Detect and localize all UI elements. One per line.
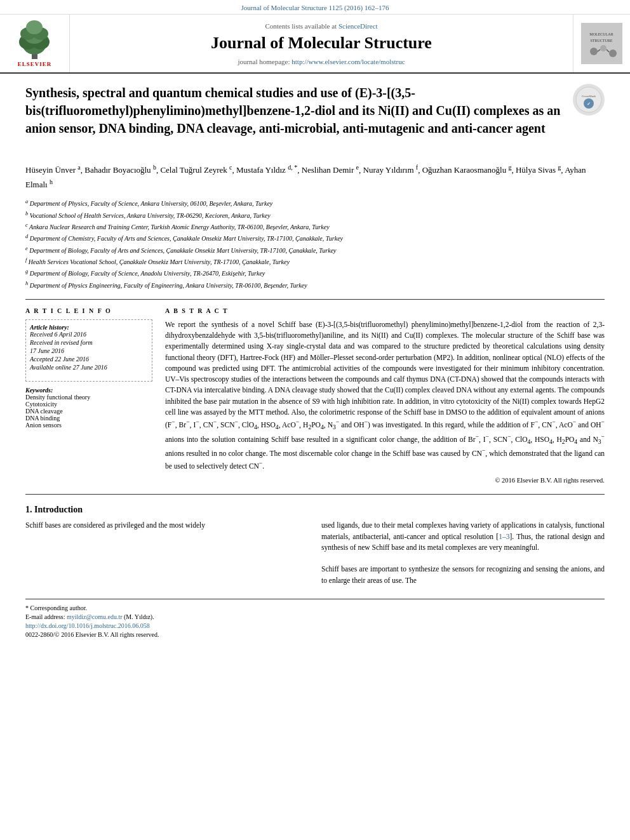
article-history-box: Article history: Received 6 April 2016 R…	[25, 319, 152, 382]
authors-text: Hüseyin Ünver a, Bahadır Boyacıoğlu b, C…	[25, 165, 586, 189]
email-note: E-mail address: myildiz@comu.edu.tr (M. …	[25, 613, 605, 620]
affiliation-e: e Department of Biology, Faculty of Arts…	[25, 245, 605, 255]
elsevier-tree-icon	[11, 20, 58, 61]
received-revised-label: Received in revised form	[30, 339, 148, 346]
article-info-col: A R T I C L E I N F O Article history: R…	[25, 307, 152, 484]
intro-text-left: Schiff bases are considered as privilege…	[25, 520, 309, 531]
affiliation-d: d Department of Chemistry, Faculty of Ar…	[25, 233, 605, 243]
footer-section: * Corresponding author. E-mail address: …	[25, 599, 605, 638]
mol-struct-image: MOLECULAR STRUCTURE	[581, 23, 622, 64]
elsevier-logo-section: ELSEVIER	[0, 15, 70, 72]
affiliation-a: a Department of Physics, Faculty of Scie…	[25, 198, 605, 208]
keyword-5: Anion sensors	[25, 422, 152, 429]
introduction-content: Schiff bases are considered as privilege…	[25, 520, 605, 586]
introduction-section: 1. Introduction Schiff bases are conside…	[25, 505, 605, 586]
ref-1-3-link[interactable]: 1–3	[499, 533, 509, 540]
affiliation-f: f Health Services Vocational School, Çan…	[25, 257, 605, 267]
keyword-4: DNA binding	[25, 415, 152, 422]
doi-link[interactable]: http://dx.doi.org/10.1016/j.molstruc.201…	[25, 622, 150, 629]
keywords-label: Keywords:	[25, 387, 152, 394]
authors-section: Hüseyin Ünver a, Bahadır Boyacıoğlu b, C…	[25, 163, 605, 192]
keywords-section: Keywords: Density functional theory Cyto…	[25, 387, 152, 429]
corresponding-author-note: * Corresponding author.	[25, 604, 605, 611]
affiliations-section: a Department of Physics, Faculty of Scie…	[25, 198, 605, 290]
intro-col-left: Schiff bases are considered as privilege…	[25, 520, 309, 586]
journal-reference-bar: Journal of Molecular Structure 1125 (201…	[0, 0, 630, 15]
main-content: CrossMark ✓ Synthesis, spectral and quan…	[0, 74, 630, 650]
intro-text-right-2: Schiff bases are important to synthesize…	[321, 564, 605, 586]
revised-date: 17 June 2016	[30, 347, 148, 354]
elsevier-text: ELSEVIER	[18, 61, 52, 67]
svg-point-13	[609, 50, 617, 57]
keyword-1: Density functional theory	[25, 394, 152, 401]
journal-reference-text: Journal of Molecular Structure 1125 (201…	[241, 4, 389, 11]
doi-link-line: http://dx.doi.org/10.1016/j.molstruc.201…	[25, 622, 605, 629]
email-link[interactable]: myildiz@comu.edu.tr	[67, 613, 123, 620]
crossmark-badge: CrossMark ✓	[573, 84, 605, 116]
abstract-col: A B S T R A C T We report the synthesis …	[165, 307, 605, 484]
homepage-line: journal homepage: http://www.elsevier.co…	[238, 58, 405, 65]
svg-text:MOLECULAR: MOLECULAR	[589, 32, 613, 36]
divider-2	[25, 494, 605, 495]
svg-text:CrossMark: CrossMark	[581, 95, 596, 98]
journal-center-section: Contents lists available at ScienceDirec…	[70, 15, 573, 72]
journal-title: Journal of Molecular Structure	[211, 34, 432, 53]
available-online: Available online 27 June 2016	[30, 364, 148, 371]
divider-1	[25, 299, 605, 300]
intro-col-right: used ligands, due to their metal complex…	[321, 520, 605, 586]
intro-text-right: used ligands, due to their metal complex…	[321, 520, 605, 553]
article-info-heading: A R T I C L E I N F O	[25, 307, 152, 314]
svg-rect-8	[581, 23, 622, 64]
introduction-title: 1. Introduction	[25, 505, 605, 515]
article-title: Synthesis, spectral and quantum chemical…	[25, 84, 605, 142]
issn-line: 0022-2860/© 2016 Elsevier B.V. All right…	[25, 631, 605, 638]
svg-point-7	[26, 20, 43, 34]
affiliation-h: h Department of Physics Engineering, Fac…	[25, 280, 605, 290]
molecular-structure-logo: MOLECULAR STRUCTURE	[573, 15, 630, 72]
keyword-2: Cytotoxicity	[25, 401, 152, 408]
affiliation-c: c Ankara Nuclear Research and Training C…	[25, 222, 605, 232]
affiliation-g: g Department of Biology, Faculty of Scie…	[25, 268, 605, 278]
accepted-date: Accepted 22 June 2016	[30, 356, 148, 363]
copyright-text: © 2016 Elsevier B.V. All rights reserved…	[165, 477, 605, 484]
journal-header: ELSEVIER Contents lists available at Sci…	[0, 15, 630, 74]
keyword-3: DNA cleavage	[25, 408, 152, 415]
science-direct-link[interactable]: ScienceDirect	[338, 22, 378, 30]
title-container: CrossMark ✓ Synthesis, spectral and quan…	[25, 84, 605, 152]
article-title-section: CrossMark ✓ Synthesis, spectral and quan…	[25, 84, 605, 155]
svg-point-12	[600, 45, 607, 51]
svg-point-11	[590, 48, 598, 55]
homepage-url[interactable]: http://www.elsevier.com/locate/molstruc	[292, 58, 405, 65]
info-abstract-section: A R T I C L E I N F O Article history: R…	[25, 307, 605, 484]
svg-text:STRUCTURE: STRUCTURE	[590, 39, 612, 43]
svg-text:✓: ✓	[587, 102, 591, 107]
abstract-heading: A B S T R A C T	[165, 307, 605, 314]
abstract-text: We report the synthesis of a novel Schif…	[165, 319, 605, 472]
affiliation-b: b Vocational School of Health Services, …	[25, 210, 605, 220]
history-label: Article history:	[30, 324, 148, 331]
science-direct-notice: Contents lists available at ScienceDirec…	[265, 22, 377, 30]
article-history: Article history: Received 6 April 2016 R…	[30, 324, 148, 371]
received-date: Received 6 April 2016	[30, 331, 148, 338]
